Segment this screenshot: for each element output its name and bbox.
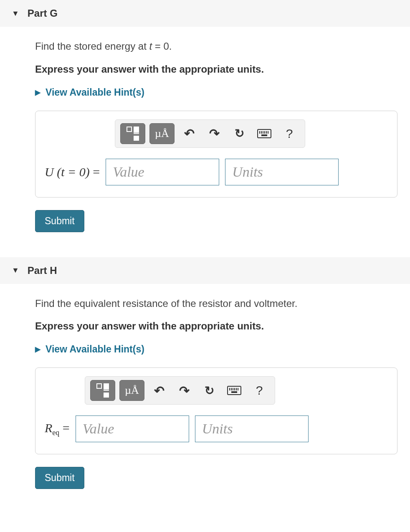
units-input[interactable]: Units xyxy=(225,159,339,185)
caret-down-icon: ▼ xyxy=(12,9,19,18)
mu-angstrom-icon: µÅ xyxy=(125,384,139,397)
symbols-button[interactable]: µÅ xyxy=(119,380,144,401)
part-section: ▼ Part G Find the stored energy at t = 0… xyxy=(0,0,410,245)
question-text: Find the stored energy at t = 0. xyxy=(35,39,397,53)
undo-button[interactable]: ↶ xyxy=(179,123,200,144)
reset-button[interactable]: ↻ xyxy=(199,380,220,401)
redo-button[interactable]: ↷ xyxy=(174,380,195,401)
keyboard-icon xyxy=(257,129,271,138)
answer-label: U (t = 0) = xyxy=(45,165,100,179)
fraction-icon xyxy=(127,127,139,141)
equation-toolbar: µÅ ↶ ↷ ↻ ? xyxy=(115,119,305,148)
answer-box: µÅ ↶ ↷ ↻ ? U (t = 0) = Value Units xyxy=(35,111,397,198)
part-title: Part G xyxy=(28,8,58,19)
units-input[interactable]: Units xyxy=(195,415,309,442)
answer-box: µÅ ↶ ↷ ↻ ? Req = Value Units xyxy=(35,367,397,454)
hints-toggle[interactable]: ▶ View Available Hint(s) xyxy=(35,87,397,98)
value-input[interactable]: Value xyxy=(106,159,219,185)
triangle-right-icon: ▶ xyxy=(35,88,40,97)
hints-toggle[interactable]: ▶ View Available Hint(s) xyxy=(35,344,397,355)
help-button[interactable]: ? xyxy=(279,123,300,144)
fraction-icon xyxy=(96,383,109,398)
keyboard-icon xyxy=(227,386,241,395)
value-input[interactable]: Value xyxy=(76,415,189,442)
triangle-right-icon: ▶ xyxy=(35,345,40,354)
symbols-button[interactable]: µÅ xyxy=(149,123,175,144)
part-header[interactable]: ▼ Part H xyxy=(0,257,410,284)
mu-angstrom-icon: µÅ xyxy=(155,127,169,140)
hints-label: View Available Hint(s) xyxy=(46,87,144,98)
reset-button[interactable]: ↻ xyxy=(229,123,250,144)
part-header[interactable]: ▼ Part G xyxy=(0,0,410,27)
submit-button[interactable]: Submit xyxy=(35,467,84,489)
undo-button[interactable]: ↶ xyxy=(149,380,170,401)
instruction-text: Express your answer with the appropriate… xyxy=(35,320,397,332)
templates-button[interactable] xyxy=(90,380,115,401)
answer-label: Req = xyxy=(45,421,70,437)
part-section: ▼ Part H Find the equivalent resistance … xyxy=(0,257,410,502)
keyboard-button[interactable] xyxy=(224,380,245,401)
redo-button[interactable]: ↷ xyxy=(204,123,225,144)
templates-button[interactable] xyxy=(120,123,145,144)
hints-label: View Available Hint(s) xyxy=(46,344,144,355)
help-button[interactable]: ? xyxy=(249,380,270,401)
keyboard-button[interactable] xyxy=(254,123,275,144)
equation-toolbar: µÅ ↶ ↷ ↻ ? xyxy=(85,376,275,405)
submit-button[interactable]: Submit xyxy=(35,210,84,232)
caret-down-icon: ▼ xyxy=(12,266,19,275)
instruction-text: Express your answer with the appropriate… xyxy=(35,63,397,75)
question-text: Find the equivalent resistance of the re… xyxy=(35,296,397,311)
part-title: Part H xyxy=(28,265,57,276)
